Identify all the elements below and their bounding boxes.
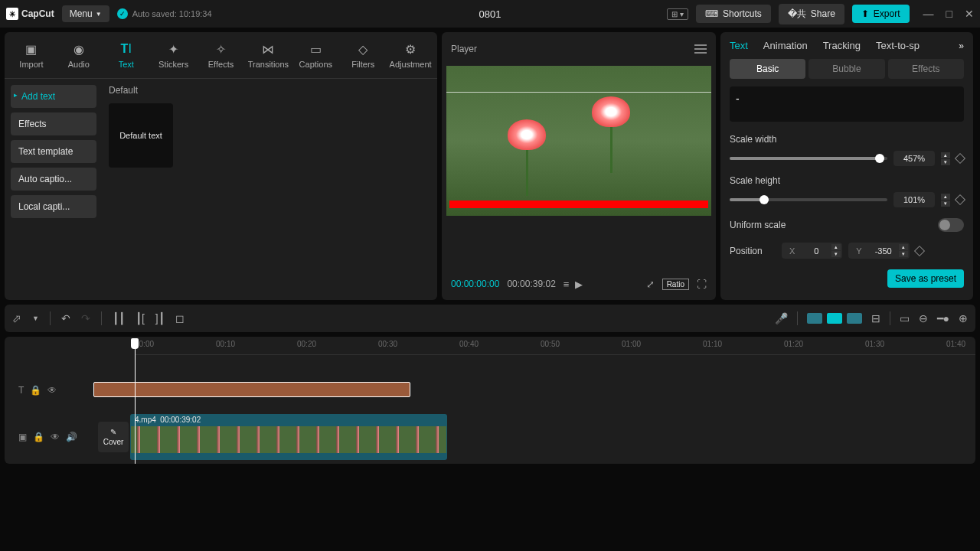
logo-icon: ✳ — [6, 8, 18, 20]
minimize-button[interactable]: — — [923, 8, 934, 20]
text-element-overlay[interactable] — [449, 201, 708, 208]
time-current: 00:00:00:00 — [451, 279, 499, 289]
subtab-effects[interactable]: Effects — [888, 59, 964, 79]
effects-icon: ✧ — [214, 41, 229, 57]
scale-height-slider[interactable] — [730, 198, 887, 201]
uniform-scale-label: Uniform scale — [730, 220, 786, 230]
sidebar-local-captions[interactable]: Local capti... — [11, 195, 96, 218]
prev-frame-icon[interactable]: ≡ — [564, 279, 568, 290]
scale-width-stepper[interactable]: ▴▾ — [941, 152, 950, 165]
export-button[interactable]: ⬆ Export — [852, 5, 910, 23]
scale-width-slider[interactable] — [730, 157, 887, 160]
snap-mode-1[interactable] — [807, 313, 822, 324]
position-y-input[interactable]: Y -350 ▴▾ — [848, 243, 909, 259]
shortcuts-button[interactable]: ⌨ Shortcuts — [696, 5, 771, 23]
keyframe-icon[interactable] — [914, 245, 925, 256]
scale-width-label: Scale width — [730, 134, 964, 145]
trim-left-icon[interactable]: ┃[ — [136, 312, 145, 324]
timeline-toolbar: ⬀ ▼ ↶ ↷ ┃┃ ┃[ ]┃ ◻ 🎤 ⊟ ▭ ⊖ ━● ⊕ — [5, 305, 975, 332]
maximize-button[interactable]: □ — [946, 8, 952, 20]
keyframe-icon[interactable] — [955, 194, 965, 205]
captions-icon: ▭ — [308, 41, 323, 57]
tab-import[interactable]: ▣Import — [8, 38, 55, 72]
subtab-basic[interactable]: Basic — [730, 59, 805, 79]
check-icon: ✓ — [117, 8, 128, 19]
media-panel: ▣Import ◉Audio TIText ✦Stickers ✧Effects… — [5, 32, 437, 300]
close-button[interactable]: ✕ — [965, 8, 974, 20]
snap-mode-2[interactable] — [827, 313, 842, 324]
save-preset-button[interactable]: Save as preset — [887, 269, 964, 288]
timeline: 00:00 00:10 00:20 00:30 00:40 00:50 01:0… — [5, 337, 975, 464]
tab-captions[interactable]: ▭Captions — [292, 38, 339, 72]
scale-width-value[interactable]: 457% — [893, 151, 935, 166]
ratio-button[interactable]: Ratio — [662, 279, 689, 290]
autosave-status: ✓ Auto saved: 10:19:34 — [117, 8, 212, 19]
tool-tabs: ▣Import ◉Audio TIText ✦Stickers ✧Effects… — [5, 32, 437, 79]
sidebar-effects[interactable]: Effects — [11, 112, 96, 135]
project-title: 0801 — [479, 8, 501, 20]
fullscreen-icon[interactable]: ⛶ — [697, 279, 707, 290]
layout-icon[interactable]: ⊞ ▾ — [667, 8, 688, 20]
crop-icon[interactable]: ◻ — [175, 312, 185, 324]
share-button[interactable]: �共 Share — [779, 4, 844, 24]
tab-text[interactable]: TIText — [103, 38, 150, 72]
tab-adjustment[interactable]: ⚙Adjustment — [387, 38, 434, 72]
tab-audio[interactable]: ◉Audio — [55, 38, 103, 72]
zoom-out-icon[interactable]: ⊖ — [919, 312, 928, 324]
playhead[interactable] — [135, 338, 136, 464]
split-icon[interactable]: ┃┃ — [113, 312, 125, 324]
default-text-card[interactable]: Default text — [109, 103, 173, 168]
player-canvas[interactable] — [446, 66, 711, 216]
text-clip[interactable] — [93, 382, 410, 397]
play-button[interactable]: ▶ — [575, 279, 583, 290]
inspector-tab-text[interactable]: Text — [730, 40, 748, 51]
video-clip[interactable]: 4.mp4 00:00:39:02 — [130, 414, 447, 460]
inspector-tab-tracking[interactable]: Tracking — [823, 40, 861, 51]
tab-transitions[interactable]: ⋈Transitions — [244, 38, 292, 72]
tab-filters[interactable]: ◇Filters — [339, 38, 387, 72]
sidebar-add-text[interactable]: Add text — [11, 85, 96, 108]
eye-icon[interactable]: 👁 — [51, 432, 60, 442]
chevron-down-icon[interactable]: ▼ — [32, 315, 39, 322]
text-input[interactable]: - — [730, 86, 964, 122]
uniform-scale-toggle[interactable] — [938, 218, 964, 232]
player-menu-icon[interactable] — [694, 44, 707, 54]
menu-button[interactable]: Menu▼ — [62, 5, 109, 22]
position-x-input[interactable]: X 0 ▴▾ — [782, 243, 842, 259]
inspector-tab-tts[interactable]: Text-to-sp — [876, 40, 920, 51]
cover-button[interactable]: ✎ Cover — [98, 422, 129, 452]
pointer-icon[interactable]: ⬀ — [12, 312, 21, 324]
position-label: Position — [730, 246, 776, 256]
timeline-ruler[interactable]: 00:00 00:10 00:20 00:30 00:40 00:50 01:0… — [135, 337, 975, 355]
mic-icon[interactable]: 🎤 — [775, 312, 788, 324]
speaker-icon[interactable]: 🔊 — [66, 432, 77, 442]
zoom-fit-icon[interactable]: ⊕ — [959, 312, 968, 324]
text-icon: TI — [119, 41, 134, 57]
text-sidebar: Add text Effects Text template Auto capt… — [5, 79, 103, 300]
snap-mode-3[interactable] — [847, 313, 862, 324]
tab-effects[interactable]: ✧Effects — [198, 38, 245, 72]
eye-icon[interactable]: 👁 — [47, 385, 57, 396]
sidebar-text-template[interactable]: Text template — [11, 140, 96, 163]
more-tabs-icon[interactable]: » — [959, 41, 964, 51]
sidebar-auto-captions[interactable]: Auto captio... — [11, 168, 96, 191]
tab-stickers[interactable]: ✦Stickers — [150, 38, 198, 72]
lock-icon[interactable]: 🔒 — [30, 385, 41, 396]
inspector-tab-animation[interactable]: Animation — [763, 40, 808, 51]
scale-icon[interactable]: ⤢ — [646, 279, 655, 290]
keyframe-icon[interactable] — [955, 153, 965, 164]
scale-height-stepper[interactable]: ▴▾ — [941, 194, 950, 207]
transitions-icon: ⋈ — [260, 41, 276, 57]
adjustment-icon: ⚙ — [403, 41, 418, 57]
lock-icon[interactable]: 🔒 — [33, 432, 44, 442]
trim-right-icon[interactable]: ]┃ — [155, 312, 165, 324]
text-track: T 🔒 👁 — [5, 378, 975, 403]
subtab-bubble[interactable]: Bubble — [808, 59, 884, 79]
preview-icon[interactable]: ▭ — [900, 312, 910, 324]
align-icon[interactable]: ⊟ — [871, 312, 880, 324]
scale-height-value[interactable]: 101% — [893, 192, 935, 207]
filters-icon: ◇ — [355, 41, 371, 57]
undo-button[interactable]: ↶ — [61, 312, 70, 324]
zoom-slider[interactable]: ━● — [937, 312, 949, 324]
redo-button[interactable]: ↷ — [81, 312, 90, 324]
